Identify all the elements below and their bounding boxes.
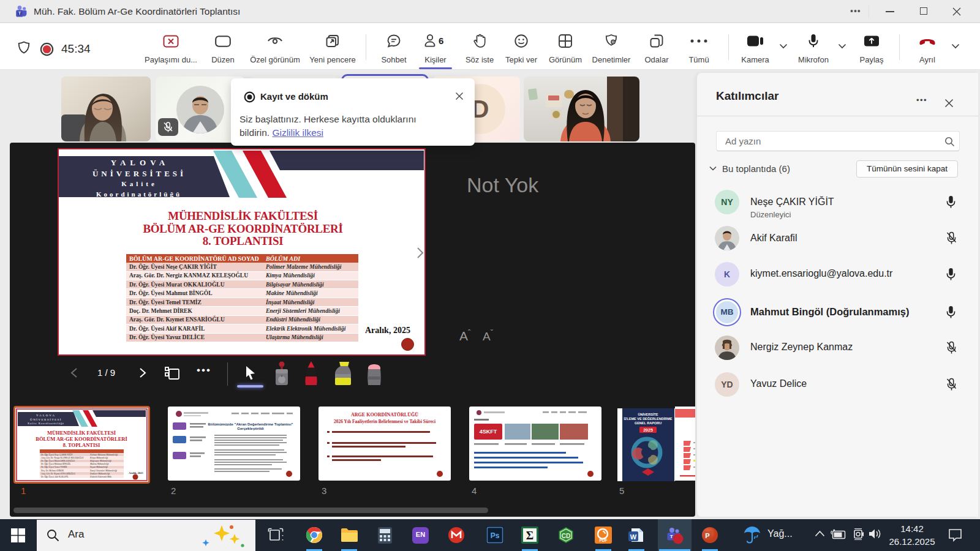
svg-text:6: 6 (439, 36, 443, 46)
svg-text:Dr. Öğr. Üyesi Neşe ÇAKIR YİĞİ: Dr. Öğr. Üyesi Neşe ÇAKIR YİĞİT (41, 453, 73, 456)
svg-text:Araş. Gör. Dr. Nergiz KANMAZ K: Araş. Gör. Dr. Nergiz KANMAZ KELEŞOĞLU (41, 456, 84, 459)
svg-text:Elektrik Elektronik Müh.: Elektrik Elektronik Müh. (89, 476, 112, 478)
svg-text:2026 Yılı Faaliyetlerin Belirl: 2026 Yılı Faaliyetlerin Belirlenmesi ve … (334, 419, 435, 424)
svg-text:ÜNİVERSİTE: ÜNİVERSİTE (638, 413, 658, 416)
svg-text:İZLEME VE DEĞERLENDİRME: İZLEME VE DEĞERLENDİRME (624, 416, 673, 421)
svg-text:Gerçekleştirildi: Gerçekleştirildi (237, 427, 264, 430)
svg-text:Bilgisayar Mühendisliği: Bilgisayar Mühendisliği (90, 460, 111, 462)
svg-text:Ps: Ps (491, 531, 500, 540)
svg-text:CD: CD (562, 533, 570, 539)
svg-text:Dr. Öğr. Üyesi Murat OKKALIOĞL: Dr. Öğr. Üyesi Murat OKKALIOĞLU (41, 459, 75, 462)
svg-text:YALOVA: YALOVA (36, 414, 56, 417)
svg-text:8. TOPLANTISI: 8. TOPLANTISI (63, 442, 100, 448)
svg-text:P: P (705, 532, 709, 539)
svg-text:W: W (630, 533, 637, 541)
svg-text:PDF: PDF (600, 538, 608, 542)
svg-text:GENEL RAPORU: GENEL RAPORU (635, 421, 662, 425)
svg-text:İnşaat Mühendisliği: İnşaat Mühendisliği (89, 465, 108, 468)
svg-text:Dr. Öğr. Üyesi Akif KARAFİL: Dr. Öğr. Üyesi Akif KARAFİL (41, 475, 69, 478)
svg-text:Dr. Öğr. Üyesi Mahmut BİNGÖL: Dr. Öğr. Üyesi Mahmut BİNGÖL (41, 462, 71, 465)
svg-text:Araş. Gör. Dr. Kıymet ENSARİOĞ: Araş. Gör. Dr. Kıymet ENSARİOĞLU (41, 472, 75, 475)
svg-text:T: T (18, 11, 21, 15)
svg-text:Enerji Sistemleri Mühendisliği: Enerji Sistemleri Mühendisliği (89, 470, 117, 472)
svg-text:Makine Mühendisliği: Makine Mühendisliği (89, 463, 109, 465)
svg-text:ÜNİVERSİTESİ: ÜNİVERSİTESİ (30, 418, 62, 421)
svg-text:T: T (670, 534, 673, 539)
svg-text:Polimer Malzeme Mühendisliği: Polimer Malzeme Mühendisliği (89, 454, 118, 456)
svg-text:4SKFT: 4SKFT (480, 429, 497, 435)
svg-text:Endüstri Mühendisliği: Endüstri Mühendisliği (89, 473, 110, 475)
svg-text:MÜHENDİSLİK FAKÜLTESİ: MÜHENDİSLİK FAKÜLTESİ (47, 430, 116, 436)
svg-text:BÖLÜM AR-GE KOORDİNATÖRLERİ: BÖLÜM AR-GE KOORDİNATÖRLERİ (36, 436, 127, 442)
svg-text:Bölümümüzde "Akran Değerlendir: Bölümümüzde "Akran Değerlendirme Toplant… (208, 422, 293, 426)
svg-text:Kalite Koordinatörlüğü: Kalite Koordinatörlüğü (28, 422, 64, 425)
svg-text:Kimya Mühendisliği: Kimya Mühendisliği (89, 457, 108, 459)
svg-text:Dr. Öğr. Üyesi Temel TEMİZ: Dr. Öğr. Üyesi Temel TEMİZ (41, 465, 67, 468)
svg-text:ARGE KOORDİNATÖRLÜĞÜ: ARGE KOORDİNATÖRLÜĞÜ (351, 411, 418, 418)
svg-text:Aralık, 2025: Aralık, 2025 (129, 471, 144, 474)
svg-text:Doç. Dr. Mehmet DİREK: Doç. Dr. Mehmet DİREK (41, 469, 64, 472)
svg-text:2025: 2025 (643, 428, 653, 432)
svg-text:Σ: Σ (526, 529, 533, 542)
